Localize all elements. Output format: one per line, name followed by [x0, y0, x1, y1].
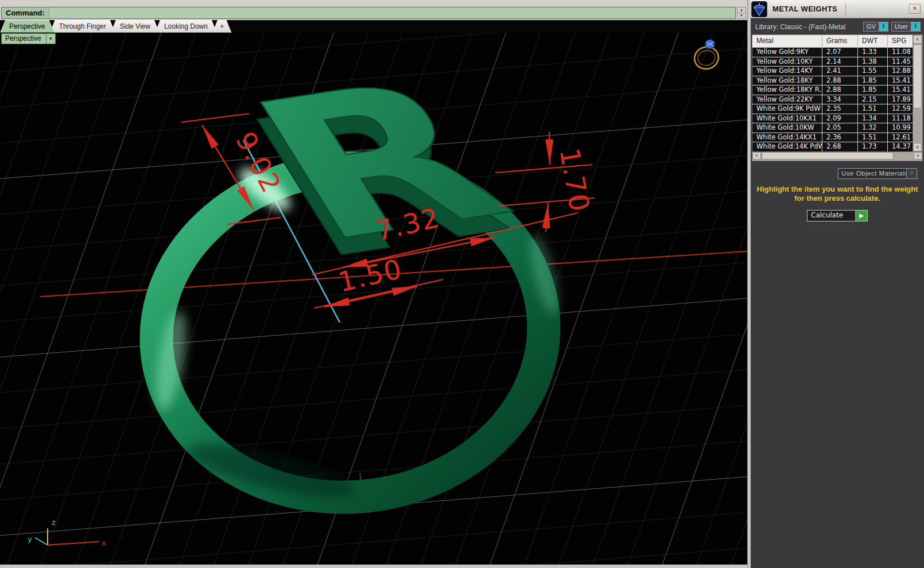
- spinner-up-icon[interactable]: ▲: [737, 7, 746, 13]
- metal-table-rows: Yellow Gold:9KY2.071.3311.08Yellow Gold:…: [752, 47, 922, 151]
- library-row: Library: Classic - (Fast)-Metal GV I Use…: [755, 22, 921, 32]
- axis-x-label: x: [102, 539, 106, 547]
- table-cell-metal: White Gold:14K PdW: [752, 142, 822, 151]
- table-cell-metal: Yellow Gold:14KY: [752, 67, 822, 76]
- table-cell-dwt: 1.51: [858, 104, 888, 114]
- command-history-spinner: ▲ ▼: [737, 7, 746, 19]
- spinner-down-icon[interactable]: ▼: [737, 13, 746, 19]
- metal-table-header: Metal Grams DWT SPG: [752, 35, 922, 47]
- table-cell-metal: White Gold:14KX1: [752, 133, 822, 142]
- table-cell-metal: Yellow Gold:9KY: [752, 48, 822, 57]
- table-horizontal-scrollbar[interactable]: < >: [752, 152, 923, 161]
- dropdown-indicator-icon[interactable]: ○: [906, 169, 917, 178]
- instruction-text: Highlight the item you want to find the …: [752, 185, 923, 203]
- materials-row: Use Object Materials ○: [751, 168, 917, 179]
- table-cell-grams: 2.07: [822, 48, 858, 57]
- library-label: Library: Classic - (Fast)-Metal: [755, 23, 860, 31]
- column-header-grams[interactable]: Grams: [822, 35, 858, 47]
- use-object-materials-dropdown[interactable]: Use Object Materials ○: [838, 168, 917, 179]
- table-row[interactable]: White Gold:10KW2.051.3210.99: [752, 123, 922, 133]
- viewport-camera-label: Perspective ▼: [1, 33, 56, 44]
- tab-perspective[interactable]: Perspective: [0, 20, 55, 33]
- viewport-3d[interactable]: R R 9.02 7.32 1.50: [0, 20, 747, 565]
- window-chrome-bottom: [0, 565, 747, 568]
- workspace-left-region: R R 9.02 7.32 1.50: [0, 0, 747, 568]
- column-header-metal[interactable]: Metal: [752, 35, 822, 47]
- titlebar-separator: [845, 3, 846, 15]
- axis-y-label: y: [28, 535, 32, 543]
- chevron-down-icon[interactable]: ▼: [46, 33, 56, 44]
- table-cell-grams: 2.05: [822, 123, 858, 133]
- play-arrow-icon: ▶: [855, 211, 867, 221]
- table-cell-grams: 3.34: [822, 95, 858, 104]
- scroll-right-icon[interactable]: >: [914, 152, 922, 159]
- metal-weights-icon: [751, 1, 767, 17]
- panel-titlebar: METAL WEIGHTS ×: [751, 0, 924, 18]
- table-cell-dwt: 1.38: [858, 57, 888, 67]
- vertical-scroll-thumb[interactable]: [913, 44, 922, 108]
- calculate-button[interactable]: Calculate ▶: [807, 210, 868, 221]
- metal-table: Metal Grams DWT SPG Yellow Gold:9KY2.071…: [752, 34, 923, 152]
- table-cell-dwt: 1.85: [858, 76, 888, 85]
- table-cell-grams: 2.68: [822, 142, 858, 151]
- table-cell-grams: 2.09: [822, 114, 858, 123]
- column-header-dwt[interactable]: DWT: [858, 35, 888, 47]
- table-cell-grams: 2.14: [822, 57, 858, 67]
- table-cell-grams: 2.88: [822, 76, 858, 85]
- table-cell-dwt: 1.85: [858, 85, 888, 95]
- axis-z-label: z: [52, 518, 56, 527]
- user-toggle[interactable]: I: [911, 22, 920, 31]
- tab-through-finger[interactable]: Through Finger: [50, 20, 115, 33]
- table-cell-dwt: 1.33: [858, 48, 888, 57]
- table-row[interactable]: White Gold:14KX12.361.5112.61: [752, 133, 922, 142]
- command-input[interactable]: [49, 7, 735, 18]
- add-view-tab-button[interactable]: +: [212, 20, 232, 33]
- gv-button[interactable]: GV I: [863, 22, 888, 32]
- table-row[interactable]: Yellow Gold:18KY2.881.8515.41: [752, 76, 922, 85]
- scroll-left-icon[interactable]: <: [752, 152, 761, 159]
- table-row[interactable]: White Gold:9K PdW2.351.5112.59: [752, 104, 922, 114]
- scroll-down-icon[interactable]: ∨: [913, 143, 922, 151]
- tab-side-view[interactable]: Side View: [111, 20, 160, 33]
- close-icon[interactable]: ×: [909, 4, 921, 14]
- table-row[interactable]: White Gold:10KX12.091.3411.18: [752, 114, 922, 123]
- table-cell-metal: Yellow Gold:18KY R...: [752, 85, 822, 95]
- tab-looking-down[interactable]: Looking Down: [155, 20, 217, 33]
- table-row[interactable]: Yellow Gold:10KY2.141.3811.45: [752, 57, 922, 67]
- table-cell-grams: 2.88: [822, 85, 858, 95]
- table-vertical-scrollbar[interactable]: ∧ ∨: [913, 35, 922, 151]
- panel-title: METAL WEIGHTS: [767, 5, 837, 13]
- table-cell-metal: White Gold:9K PdW: [752, 104, 822, 114]
- table-row[interactable]: Yellow Gold:22KY3.342.1517.89: [752, 95, 922, 104]
- command-label: Command:: [2, 9, 49, 17]
- gv-toggle[interactable]: I: [879, 22, 888, 31]
- table-cell-dwt: 2.15: [858, 95, 888, 104]
- scroll-up-icon[interactable]: ∧: [913, 35, 922, 44]
- table-cell-metal: Yellow Gold:18KY: [752, 76, 822, 85]
- table-cell-dwt: 1.51: [858, 133, 888, 142]
- table-cell-dwt: 1.73: [858, 142, 888, 151]
- table-row[interactable]: Yellow Gold:9KY2.071.3311.08: [752, 47, 922, 57]
- table-cell-metal: Yellow Gold:10KY: [752, 57, 822, 67]
- table-row[interactable]: Yellow Gold:14KY2.411.5512.88: [752, 66, 922, 76]
- metal-weights-panel: METAL WEIGHTS × Library: Classic - (Fast…: [751, 0, 924, 568]
- viewport-tabs: Perspective Through Finger Side View Loo…: [0, 20, 747, 33]
- window-chrome-top: Command: ▲ ▼: [0, 0, 747, 20]
- camera-name[interactable]: Perspective: [1, 33, 46, 44]
- table-row[interactable]: White Gold:14K PdW2.681.7314.37: [752, 142, 922, 151]
- table-cell-dwt: 1.55: [858, 67, 888, 76]
- table-cell-metal: White Gold:10KX1: [752, 114, 822, 123]
- horizontal-scroll-thumb[interactable]: [762, 152, 894, 159]
- table-cell-dwt: 1.32: [858, 123, 888, 133]
- table-cell-grams: 2.41: [822, 67, 858, 76]
- user-button[interactable]: User I: [891, 22, 921, 32]
- table-cell-dwt: 1.34: [858, 114, 888, 123]
- table-cell-metal: Yellow Gold:22KY: [752, 95, 822, 104]
- table-row[interactable]: Yellow Gold:18KY R...2.881.8515.41: [752, 85, 922, 95]
- table-cell-grams: 2.36: [822, 133, 858, 142]
- command-bar: Command:: [1, 7, 736, 19]
- table-cell-grams: 2.35: [822, 104, 858, 114]
- table-cell-metal: White Gold:10KW: [752, 123, 822, 133]
